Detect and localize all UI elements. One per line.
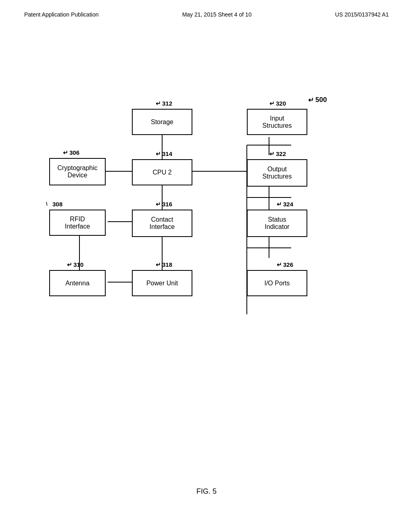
ref-320: 320 <box>276 100 286 107</box>
output-structures-box: Output Structures <box>247 159 307 187</box>
page-header: Patent Application Publication May 21, 2… <box>0 0 413 18</box>
ref-316: 316 <box>162 201 172 208</box>
header-left: Patent Application Publication <box>24 11 98 18</box>
cpu2-box: CPU 2 <box>132 159 192 185</box>
header-right: US 2015/0137942 A1 <box>335 11 389 18</box>
contact-interface-box: Contact Interface <box>132 210 192 237</box>
header-center: May 21, 2015 Sheet 4 of 10 <box>182 11 252 18</box>
power-unit-box: Power Unit <box>132 270 192 296</box>
ref-308: 308 <box>52 201 63 208</box>
ref-326: 326 <box>283 261 293 268</box>
io-ports-box: I/O Ports <box>247 270 307 296</box>
ref-312: 312 <box>162 100 172 107</box>
ref-324: 324 <box>283 201 293 208</box>
ref-310: 310 <box>73 261 83 268</box>
diagram-container: Storage 312 ↵ CPU 2 314 ↵ Contact Interf… <box>49 89 364 363</box>
ref-314: 314 <box>162 150 172 157</box>
ref-306: 306 <box>69 149 79 156</box>
cryptographic-device-box: Cryptographic Device <box>49 158 106 185</box>
antenna-box: Antenna <box>49 270 106 296</box>
input-structures-box: Input Structures <box>247 109 307 135</box>
rfid-interface-box: RFID Interface <box>49 210 106 236</box>
storage-box: Storage <box>132 109 192 135</box>
status-indicator-box: Status Indicator <box>247 210 307 237</box>
figure-label: FIG. 5 <box>196 487 217 496</box>
ref-318: 318 <box>162 261 172 268</box>
ref-322: 322 <box>276 150 286 157</box>
ref-500: 500 <box>315 96 327 104</box>
